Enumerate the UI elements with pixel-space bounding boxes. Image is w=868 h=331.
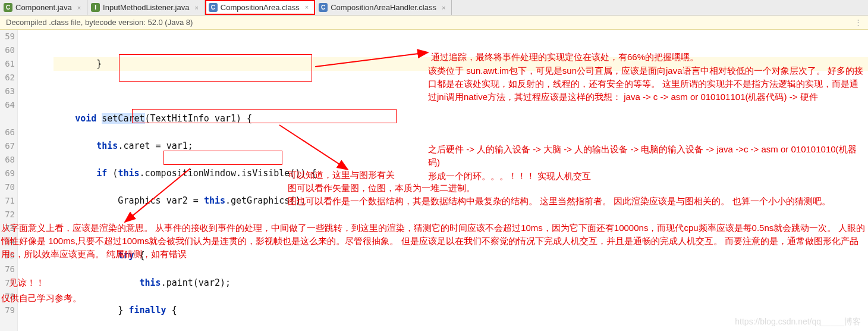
- decompiled-banner: Decompiled .class file, bytecode version…: [0, 15, 868, 30]
- class-file-icon: C: [209, 3, 218, 12]
- banner-text: Decompiled .class file, bytecode version…: [6, 18, 193, 27]
- java-interface-icon: I: [91, 3, 100, 12]
- tab-label: CompositionAreaHandler.class: [331, 3, 436, 12]
- tab-inputmethodlistener[interactable]: I InputMethodListener.java ×: [87, 0, 205, 15]
- tab-component[interactable]: C Component.java ×: [0, 0, 87, 15]
- tab-label: CompositionArea.class: [221, 3, 300, 12]
- banner-close-icon[interactable]: ⋮: [854, 18, 862, 27]
- watermark: https://blog.csdn.net/qq_____博客: [735, 317, 861, 327]
- tab-label: Component.java: [15, 3, 72, 12]
- close-icon[interactable]: ×: [442, 4, 445, 11]
- close-icon[interactable]: ×: [305, 4, 309, 11]
- tab-compositionareahandler[interactable]: C CompositionAreaHandler.class ×: [315, 0, 452, 15]
- java-class-icon: C: [4, 3, 12, 12]
- tab-label: InputMethodListener.java: [103, 3, 189, 12]
- gutter-flags: [18, 30, 54, 331]
- code-editor[interactable]: 596061626364 666768697071727374757677787…: [0, 30, 868, 331]
- code-area[interactable]: } void setCaret(TextHitInfo var1) { this…: [54, 30, 868, 331]
- close-icon[interactable]: ×: [194, 4, 198, 11]
- line-gutter: 596061626364 666768697071727374757677787…: [0, 30, 18, 331]
- editor-tabs: C Component.java × I InputMethodListener…: [0, 0, 868, 15]
- class-file-icon: C: [319, 3, 328, 12]
- close-icon[interactable]: ×: [77, 4, 81, 11]
- tab-compositionarea[interactable]: C CompositionArea.class ×: [205, 0, 315, 15]
